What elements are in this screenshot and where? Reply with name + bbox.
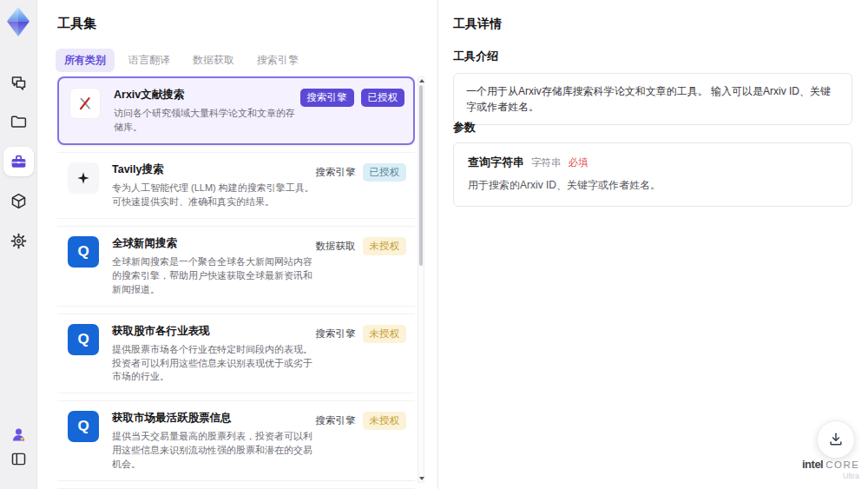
category-tabs: 所有类别 语言翻译 数据获取 搜索引擎 <box>56 49 307 72</box>
left-rail <box>0 0 37 489</box>
chat-icon[interactable] <box>3 68 34 97</box>
auth-badge: 已授权 <box>363 163 407 182</box>
tool-name: Tavily搜索 <box>112 162 316 177</box>
panel-toggle-icon[interactable] <box>3 444 34 473</box>
settings-icon[interactable] <box>3 226 34 255</box>
category-badge: 搜索引擎 <box>300 89 354 107</box>
news-q-icon: Q <box>68 236 99 268</box>
tool-name: 获取市场最活跃股票信息 <box>112 411 316 426</box>
tool-card-tavily[interactable]: Tavily搜索 专为人工智能代理 (LLM) 构建的搜索引擎工具。可快速提供实… <box>57 152 415 219</box>
news-q-icon: Q <box>68 324 99 355</box>
core-wordmark: CORE <box>825 459 859 470</box>
tool-list: Arxiv文献搜索 访问各个研究领域大量科学论文和文章的存储库。 搜索引擎 已授… <box>57 76 415 489</box>
detail-title: 工具详情 <box>453 17 502 32</box>
scroll-up-arrow[interactable] <box>419 79 424 83</box>
tab-data-fetch[interactable]: 数据获取 <box>184 49 243 72</box>
tool-detail-panel: 工具详情 工具介绍 一个用于从Arxiv存储库搜索科学论文和文章的工具。 输入可… <box>437 0 868 489</box>
page-title: 工具集 <box>57 16 96 32</box>
auth-badge: 未授权 <box>363 412 407 430</box>
param-required-flag: 必填 <box>569 156 589 169</box>
category-label: 搜索引擎 <box>316 412 356 430</box>
auth-badge: 已授权 <box>361 89 405 107</box>
param-box: 查询字符串 字符串 必填 用于搜索的Arxiv ID、关键字或作者姓名。 <box>453 142 852 207</box>
params-heading: 参数 <box>453 120 476 135</box>
sparkle-icon <box>68 162 99 194</box>
tool-card-global-news[interactable]: Q 全球新闻搜索 全球新闻搜索是一个聚合全球各大新闻网站内容的搜索引擎，帮助用户… <box>57 226 415 307</box>
tool-name: 获取股市各行业表现 <box>112 324 316 339</box>
app-logo <box>4 6 32 37</box>
category-label: 数据获取 <box>316 237 356 255</box>
intel-core-logo: intelCORE Ultra <box>802 456 859 480</box>
param-type: 字符串 <box>531 156 562 169</box>
intel-wordmark: intel <box>802 458 823 471</box>
tool-description: 提供股票市场各个行业在特定时间段内的表现。投资者可以利用这些信息来识别表现优于或… <box>112 343 316 385</box>
intro-box: 一个用于从Arxiv存储库搜索科学论文和文章的工具。 输入可以是Arxiv ID… <box>453 73 852 125</box>
category-label: 搜索引擎 <box>316 325 356 343</box>
category-label: 搜索引擎 <box>316 163 356 182</box>
tool-description: 访问各个研究领域大量科学论文和文章的存储库。 <box>114 107 300 135</box>
folder-icon[interactable] <box>3 107 34 136</box>
news-q-icon: Q <box>68 411 99 442</box>
tool-description: 全球新闻搜索是一个聚合全球各大新闻网站内容的搜索引擎，帮助用户快速获取全球最新资… <box>112 255 316 297</box>
scroll-down-arrow[interactable] <box>419 477 424 480</box>
tool-name: 全球新闻搜索 <box>112 236 316 251</box>
intro-heading: 工具介绍 <box>453 49 498 64</box>
tab-language-translation[interactable]: 语言翻译 <box>120 49 179 72</box>
auth-badge: 未授权 <box>363 237 407 255</box>
scrollbar-thumb[interactable] <box>419 85 423 266</box>
tool-description: 提供当天交易量最高的股票列表，投资者可以利用这些信息来识别流动性强的股票和潜在的… <box>112 430 316 472</box>
arxiv-logo-icon <box>69 88 101 119</box>
tool-card-most-active-stocks[interactable]: Q 获取市场最活跃股票信息 提供当天交易量最高的股票列表，投资者可以利用这些信息… <box>57 400 415 481</box>
param-description: 用于搜索的Arxiv ID、关键字或作者姓名。 <box>468 178 838 193</box>
ultra-wordmark: Ultra <box>802 472 859 481</box>
app-window: 工具集 所有类别 语言翻译 数据获取 搜索引擎 Arxiv文献搜索 访问各个研究… <box>0 0 868 489</box>
tool-description: 专为人工智能代理 (LLM) 构建的搜索引擎工具。可快速提供实时、准确和真实的结… <box>112 182 316 209</box>
package-icon[interactable] <box>3 186 34 215</box>
tool-card-sector-performance[interactable]: Q 获取股市各行业表现 提供股票市场各个行业在特定时间段内的表现。投资者可以利用… <box>57 314 415 394</box>
tool-name: Arxiv文献搜索 <box>114 88 300 102</box>
tab-all-categories[interactable]: 所有类别 <box>56 49 115 72</box>
download-icon <box>827 431 845 448</box>
toolbox-icon[interactable] <box>3 147 34 176</box>
scrollbar[interactable] <box>418 76 424 483</box>
tool-card-arxiv[interactable]: Arxiv文献搜索 访问各个研究领域大量科学论文和文章的存储库。 搜索引擎 已授… <box>57 76 415 145</box>
param-name: 查询字符串 <box>468 155 524 170</box>
tab-search-engine[interactable]: 搜索引擎 <box>248 49 307 72</box>
download-button[interactable] <box>817 420 855 459</box>
auth-badge: 未授权 <box>363 325 407 343</box>
